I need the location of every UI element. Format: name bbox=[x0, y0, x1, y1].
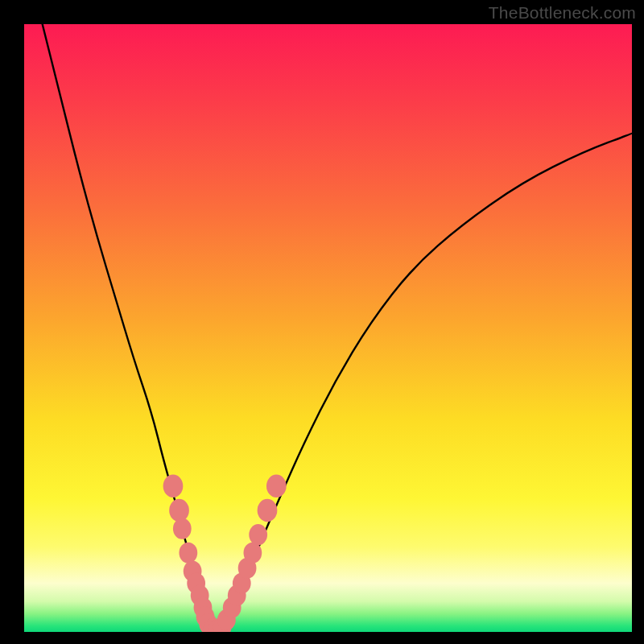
chart-frame: TheBottleneck.com bbox=[0, 0, 644, 644]
data-marker bbox=[258, 499, 278, 522]
marker-layer bbox=[163, 475, 287, 632]
series-left-branch bbox=[43, 24, 213, 632]
data-marker bbox=[179, 543, 197, 564]
data-marker bbox=[249, 524, 267, 545]
data-marker bbox=[266, 475, 287, 497]
data-marker bbox=[173, 518, 192, 539]
chart-svg bbox=[24, 24, 632, 632]
watermark-text: TheBottleneck.com bbox=[489, 3, 636, 23]
plot-area bbox=[24, 24, 632, 632]
data-marker bbox=[169, 499, 189, 522]
data-marker bbox=[244, 543, 262, 564]
series-right-branch bbox=[213, 134, 632, 632]
curve-layer bbox=[43, 24, 632, 632]
data-marker bbox=[163, 475, 184, 497]
